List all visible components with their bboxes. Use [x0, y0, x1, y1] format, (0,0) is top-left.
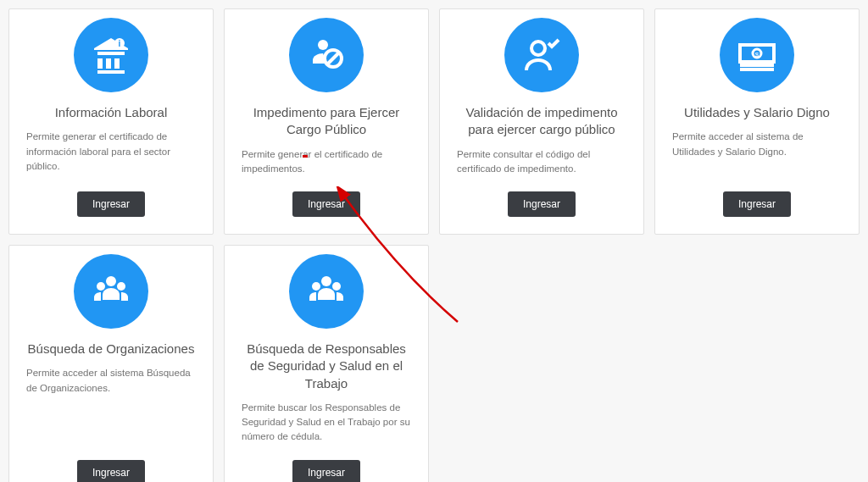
svg-text:$: $ [755, 51, 760, 58]
people-group-icon [74, 254, 148, 329]
card-title: Utilidades y Salario Digno [684, 104, 830, 121]
svg-point-13 [117, 282, 125, 291]
ingresar-button[interactable]: Ingresar [292, 460, 360, 483]
ingresar-button[interactable]: Ingresar [508, 191, 576, 217]
ingresar-button[interactable]: Ingresar [77, 460, 145, 483]
card-description: Permite generar el certificado de inform… [26, 130, 196, 176]
svg-point-12 [97, 282, 105, 291]
card-title: Búsqueda de Organizaciones [28, 341, 195, 357]
card-description: Permite consultar el código del certific… [457, 147, 626, 177]
card-title: Validación de impedimento para ejercer c… [457, 104, 626, 139]
svg-point-11 [106, 276, 116, 286]
card-title: Impedimento para Ejercer Cargo Público [242, 104, 411, 139]
card-description: Permite acceder al sistema Búsqueda de O… [26, 366, 196, 444]
person-check-icon [504, 18, 579, 92]
svg-text:i: i [119, 39, 121, 48]
svg-point-14 [321, 276, 331, 286]
svg-point-5 [531, 42, 545, 55]
svg-point-15 [312, 282, 320, 291]
card-validacion-impedimento: Validación de impedimento para ejercer c… [439, 8, 644, 235]
card-description: Permite acceder al sistema de Utilidades… [672, 130, 842, 176]
card-description: Permite generar el certificado de impedi… [242, 147, 411, 177]
svg-line-4 [327, 53, 339, 64]
ingresar-button[interactable]: Ingresar [292, 191, 360, 217]
person-blocked-icon [289, 18, 364, 92]
bank-info-icon: i [74, 18, 148, 92]
card-busqueda-organizaciones: Búsqueda de Organizaciones Permite acced… [8, 245, 214, 482]
card-utilidades-salario: $ Utilidades y Salario Digno Permite acc… [654, 8, 860, 235]
ingresar-button[interactable]: Ingresar [77, 191, 145, 217]
svg-point-2 [318, 40, 328, 50]
money-icon: $ [720, 18, 794, 92]
people-group-icon [289, 254, 364, 329]
card-title: Búsqueda de Responsables de Seguridad y … [242, 341, 411, 392]
services-grid: i Información Laboral Permite generar el… [8, 8, 860, 482]
card-informacion-laboral: i Información Laboral Permite generar el… [8, 8, 214, 235]
svg-point-16 [332, 282, 341, 291]
ingresar-button[interactable]: Ingresar [723, 191, 791, 217]
card-impedimento-cargo: Impedimento para Ejercer Cargo Público P… [224, 8, 429, 235]
card-description: Permite buscar los Responsables de Segur… [242, 401, 411, 445]
card-busqueda-responsables: Búsqueda de Responsables de Seguridad y … [224, 245, 429, 482]
card-title: Información Laboral [55, 104, 168, 121]
